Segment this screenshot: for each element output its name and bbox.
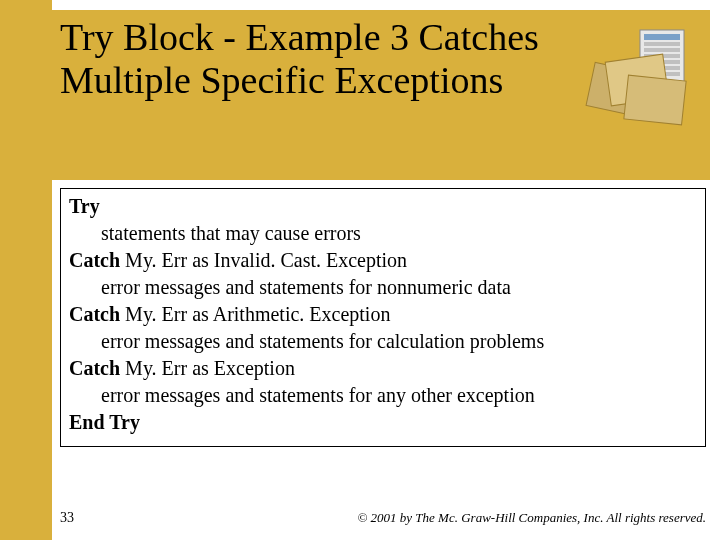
code-catch2-body: error messages and statements for calcul…: [69, 328, 697, 355]
code-end-keyword: End Try: [69, 409, 697, 436]
gold-sidebar: [0, 0, 52, 540]
code-catch1-body: error messages and statements for nonnum…: [69, 274, 697, 301]
code-catch3: Catch My. Err as Exception: [69, 355, 697, 382]
svg-rect-2: [644, 42, 680, 46]
code-catch2-rest: My. Err as Arithmetic. Exception: [120, 303, 390, 325]
code-catch1: Catch My. Err as Invalid. Cast. Exceptio…: [69, 247, 697, 274]
code-catch1-keyword: Catch: [69, 249, 120, 271]
svg-rect-1: [644, 34, 680, 40]
code-catch3-rest: My. Err as Exception: [120, 357, 295, 379]
code-catch1-rest: My. Err as Invalid. Cast. Exception: [120, 249, 407, 271]
code-catch2: Catch My. Err as Arithmetic. Exception: [69, 301, 697, 328]
page-number: 33: [60, 510, 74, 526]
code-catch2-keyword: Catch: [69, 303, 120, 325]
code-catch3-body: error messages and statements for any ot…: [69, 382, 697, 409]
svg-rect-10: [624, 75, 686, 125]
title-header: Try Block - Example 3 Catches Multiple S…: [52, 10, 710, 180]
page-title: Try Block - Example 3 Catches Multiple S…: [60, 16, 580, 101]
svg-rect-3: [644, 48, 680, 52]
code-try-body: statements that may cause errors: [69, 220, 697, 247]
decorative-computer-icon: [578, 24, 698, 134]
code-catch3-keyword: Catch: [69, 357, 120, 379]
slide-footer: 33 © 2001 by The Mc. Graw-Hill Companies…: [60, 510, 706, 526]
code-try-keyword: Try: [69, 193, 697, 220]
copyright-text: © 2001 by The Mc. Graw-Hill Companies, I…: [357, 510, 706, 526]
code-example-box: Try statements that may cause errors Cat…: [60, 188, 706, 447]
